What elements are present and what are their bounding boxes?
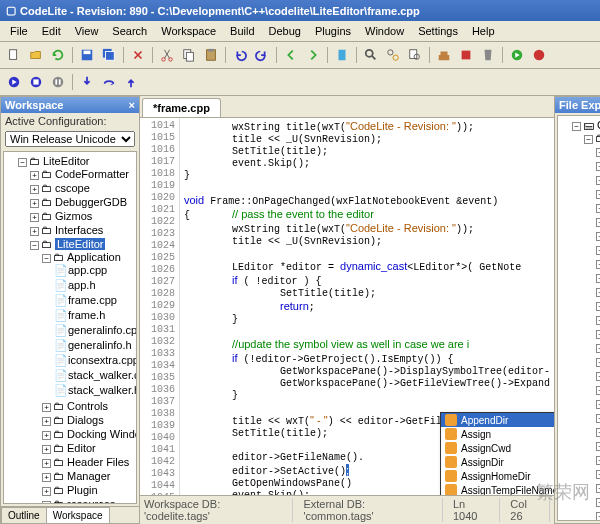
file-item[interactable]: 📄iconsextra.cpp: [54, 353, 134, 368]
tree-item[interactable]: +🗀Header Files: [42, 455, 134, 469]
autocomplete-item[interactable]: AssignCwd: [441, 441, 554, 455]
debug-start-button[interactable]: [4, 72, 24, 92]
file-item[interactable]: 📄stack_walker.cpp: [54, 368, 134, 383]
step-over-button[interactable]: [99, 72, 119, 92]
tree-item[interactable]: +🗀resources: [42, 497, 134, 504]
saveall-button[interactable]: [99, 45, 119, 65]
workspace-tree[interactable]: −🗀LiteEditor +🗀CodeFormatter+🗀cscope+🗀De…: [3, 151, 137, 504]
file-item[interactable]: +Runtime: [596, 382, 600, 396]
file-item[interactable]: +fakeroot: [596, 242, 600, 256]
menu-debug[interactable]: Debug: [263, 23, 307, 39]
tab-workspace[interactable]: Workspace: [46, 507, 110, 523]
file-item[interactable]: +Debugger: [596, 228, 600, 242]
stop-run-button[interactable]: [529, 45, 549, 65]
menu-help[interactable]: Help: [466, 23, 501, 39]
autocomplete-item[interactable]: Assign: [441, 427, 554, 441]
file-item[interactable]: 📄generalinfo.cpp: [54, 323, 134, 338]
file-item[interactable]: +AutoRev: [596, 158, 600, 172]
tree-item[interactable]: +🗀Plugin: [42, 483, 134, 497]
file-item[interactable]: +BuildInfo: [596, 466, 600, 480]
menu-window[interactable]: Window: [359, 23, 410, 39]
menu-file[interactable]: File: [4, 23, 34, 39]
undo-button[interactable]: [230, 45, 250, 65]
step-out-button[interactable]: [121, 72, 141, 92]
file-item[interactable]: +sdk: [596, 396, 600, 410]
redo-button[interactable]: [252, 45, 272, 65]
file-item[interactable]: 📄app.cpp: [54, 263, 134, 278]
tree-item[interactable]: +🗀DebuggerGDB: [30, 195, 134, 209]
tree-item[interactable]: +🗀cscope: [30, 181, 134, 195]
find-button[interactable]: [361, 45, 381, 65]
tree-item[interactable]: +🗀Interfaces: [30, 223, 134, 237]
editor-tab-frame[interactable]: *frame.cpp: [142, 98, 221, 117]
menu-view[interactable]: View: [69, 23, 105, 39]
step-in-button[interactable]: [77, 72, 97, 92]
file-item[interactable]: +site: [596, 410, 600, 424]
debug-stop-button[interactable]: [26, 72, 46, 92]
menu-plugins[interactable]: Plugins: [309, 23, 357, 39]
paste-button[interactable]: [201, 45, 221, 65]
file-item[interactable]: +CxxParse: [596, 200, 600, 214]
menu-workspace[interactable]: Workspace: [155, 23, 222, 39]
file-item[interactable]: +repo: [596, 368, 600, 382]
code-area[interactable]: 1014 1015 1016 1017 1018 1019 1020 1021 …: [140, 118, 554, 495]
file-item[interactable]: +Subversic: [596, 438, 600, 452]
file-item[interactable]: +.svn: [596, 144, 600, 158]
autocomplete-item[interactable]: AssignTempFileName: [441, 483, 554, 495]
file-item[interactable]: 📄generalinfo.h: [54, 338, 134, 353]
clean-button[interactable]: [478, 45, 498, 65]
file-item[interactable]: 📄frame.cpp: [54, 293, 134, 308]
tree-item[interactable]: −🗀LiteEditor−🗀Application📄app.cpp📄app.h📄…: [30, 237, 134, 504]
tree-item[interactable]: +🗀Docking Windows: [42, 427, 134, 441]
forward-button[interactable]: [303, 45, 323, 65]
find-files-button[interactable]: [405, 45, 425, 65]
autocomplete-item[interactable]: AssignDir: [441, 455, 554, 469]
file-item[interactable]: +CodeForm: [596, 172, 600, 186]
tree-item[interactable]: +🗀CodeFormatter: [30, 167, 134, 181]
tree-item[interactable]: +🗀Manager: [42, 469, 134, 483]
file-item[interactable]: +Gizmos: [596, 270, 600, 284]
debug-pause-button[interactable]: [48, 72, 68, 92]
file-item[interactable]: 📄stack_walker.h: [54, 383, 134, 398]
file-explorer-tree[interactable]: −🖴C++ −🗀codelite +.svn+AutoRev+CodeForm+…: [557, 115, 600, 521]
new-button[interactable]: [4, 45, 24, 65]
file-item[interactable]: +gdbparse: [596, 256, 600, 270]
file-item[interactable]: +sqlite3: [596, 424, 600, 438]
autocomplete-item[interactable]: AppendDir: [441, 413, 554, 427]
save-button[interactable]: [77, 45, 97, 65]
menu-build[interactable]: Build: [224, 23, 260, 39]
file-item[interactable]: +CodeLite: [596, 186, 600, 200]
file-item[interactable]: +CodeLite.: [596, 508, 600, 521]
file-item[interactable]: 📄app.h: [54, 278, 134, 293]
refresh-button[interactable]: [48, 45, 68, 65]
tree-item[interactable]: +🗀Controls: [42, 399, 134, 413]
file-item[interactable]: +Ankh.Loa: [596, 452, 600, 466]
copy-button[interactable]: [179, 45, 199, 65]
workspace-close-icon[interactable]: ×: [129, 99, 135, 111]
tree-item[interactable]: +🗀Dialogs: [42, 413, 134, 427]
cut-button[interactable]: [157, 45, 177, 65]
file-item[interactable]: 📄frame.h: [54, 308, 134, 323]
open-button[interactable]: [26, 45, 46, 65]
autocomplete-item[interactable]: AssignHomeDir: [441, 469, 554, 483]
menu-edit[interactable]: Edit: [36, 23, 67, 39]
file-item[interactable]: +le_executi: [596, 312, 600, 326]
menu-settings[interactable]: Settings: [412, 23, 464, 39]
tree-item[interactable]: +🗀Gizmos: [30, 209, 134, 223]
file-item[interactable]: +Interface: [596, 298, 600, 312]
file-item[interactable]: +InnoSetu: [596, 284, 600, 298]
tab-outline[interactable]: Outline: [1, 507, 47, 523]
run-button[interactable]: [507, 45, 527, 65]
replace-button[interactable]: [383, 45, 403, 65]
file-item[interactable]: +debug: [596, 214, 600, 228]
file-item[interactable]: +MakefileP: [596, 340, 600, 354]
tree-item[interactable]: +🗀Editor: [42, 441, 134, 455]
file-item[interactable]: +change.tx: [596, 494, 600, 508]
menu-search[interactable]: Search: [106, 23, 153, 39]
file-item[interactable]: +LiteEditor: [596, 326, 600, 340]
file-item[interactable]: +CC.TODO: [596, 480, 600, 494]
back-button[interactable]: [281, 45, 301, 65]
build-button[interactable]: [434, 45, 454, 65]
config-select[interactable]: Win Release Unicode: [5, 131, 135, 147]
file-item[interactable]: +Plugin: [596, 354, 600, 368]
